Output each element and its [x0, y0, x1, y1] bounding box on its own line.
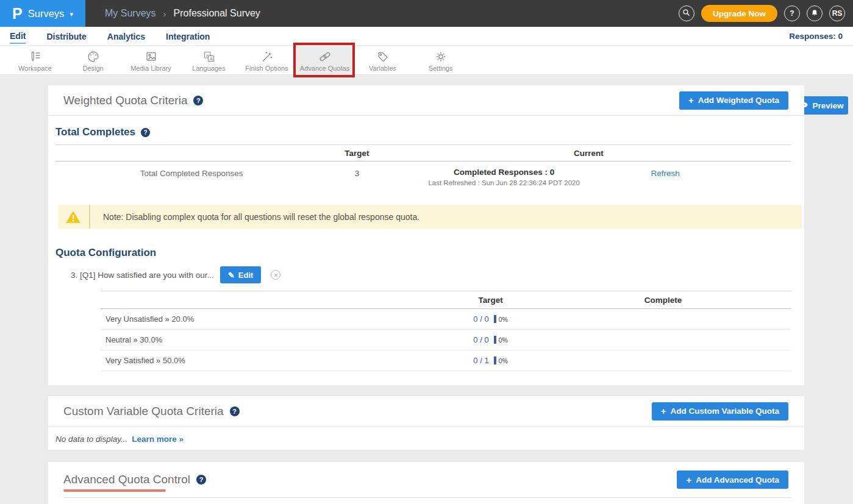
empty-state-row: No data to display... Learn more »	[48, 427, 804, 444]
total-completes-table-header: Target Current	[55, 144, 791, 161]
quota-target-cell: 0 / 1 0%	[446, 356, 535, 365]
column-header-complete: Complete	[535, 296, 791, 305]
toolbar-item-languages[interactable]: xA Languages	[180, 46, 238, 74]
quota-option-label: Very Unsatisfied » 20.0%	[101, 314, 446, 324]
toolbar-item-media-library[interactable]: Media Library	[122, 46, 180, 74]
toolbar-item-settings[interactable]: Settings	[412, 46, 469, 74]
plus-icon: +	[688, 95, 694, 105]
table-row: Very Satisfied » 50.0% 0 / 1 0%	[101, 350, 791, 371]
quota-configuration-title: Quota Configuration	[55, 247, 791, 259]
question-label: 3. [Q1] How satisfied are you with our..…	[71, 271, 214, 280]
breadcrumb-my-surveys[interactable]: My Surveys	[105, 8, 156, 19]
total-completes-table: Target Current Total Completed Responses…	[55, 144, 791, 194]
edit-toolbar: Workspace Design Media Library xA Langua…	[0, 46, 853, 75]
column-header-target: Target	[327, 149, 386, 158]
advanced-quota-card: Advanced Quota Control ? + Add Advanced …	[48, 462, 804, 504]
finish-options-icon	[260, 50, 274, 63]
chevron-down-icon: ▾	[70, 10, 73, 18]
custom-variable-quota-card: Custom Variable Quota Criteria ? + Add C…	[48, 396, 804, 450]
surveys-menu-label: Surveys	[28, 8, 65, 20]
column-header-target: Target	[446, 296, 535, 305]
toolbar-item-advance-quotas[interactable]: Advance Quotas	[296, 46, 354, 74]
progress-bar	[494, 315, 496, 323]
advance-quotas-icon	[318, 50, 332, 63]
quota-ratio: 0 / 0	[473, 335, 488, 344]
red-annotation-underline	[63, 489, 166, 492]
progress-bar	[494, 336, 496, 344]
refresh-link[interactable]: Refresh	[622, 168, 791, 178]
quota-percent: 0%	[499, 336, 508, 344]
target-value: 3	[327, 168, 386, 178]
tab-analytics[interactable]: Analytics	[107, 29, 145, 43]
last-refreshed-timestamp: Last Refreshed : Sun Jun 28 22:36:24 PDT…	[387, 179, 622, 186]
tab-distribute[interactable]: Distribute	[46, 29, 86, 43]
notifications-button[interactable]	[807, 5, 823, 21]
toolbar-item-finish-options[interactable]: Finish Options	[238, 46, 296, 74]
quota-percent: 0%	[499, 357, 508, 364]
divider	[63, 497, 791, 498]
quota-option-label: Neutral » 30.0%	[101, 335, 446, 344]
help-icon[interactable]: ?	[196, 475, 206, 484]
toolbar-item-variables[interactable]: Variables	[354, 46, 412, 74]
learn-more-link[interactable]: Learn more »	[132, 435, 184, 444]
quota-percent: 0%	[499, 316, 508, 323]
edit-question-button[interactable]: ✎ Edit	[220, 266, 261, 283]
media-library-icon	[145, 50, 158, 63]
help-icon[interactable]: ?	[230, 406, 240, 416]
note-text: Note: Disabling complex quota for all qu…	[103, 212, 419, 222]
breadcrumb-current-survey: Professional Survey	[174, 8, 260, 19]
total-completes-title: Total Completes ?	[55, 126, 791, 138]
upgrade-now-button[interactable]: Upgrade Now	[701, 5, 777, 22]
question-row: 3. [Q1] How satisfied are you with our..…	[71, 266, 791, 283]
table-row: Very Unsatisfied » 20.0% 0 / 0 0%	[101, 309, 791, 330]
help-button[interactable]: ?	[784, 5, 800, 21]
note-banner: Note: Disabling complex quota for all qu…	[58, 205, 802, 229]
add-custom-variable-quota-button[interactable]: + Add Custom Variable Quota	[652, 402, 788, 421]
toolbar-item-design[interactable]: Design	[64, 46, 122, 74]
tab-integration[interactable]: Integration	[166, 29, 210, 43]
advanced-quota-title: Advanced Quota Control ?	[63, 473, 206, 486]
column-header-current: Current	[387, 149, 791, 158]
plus-icon: +	[686, 475, 691, 485]
progress-bar	[494, 357, 496, 364]
workspace-icon	[29, 50, 42, 63]
quota-configuration-table: Target Complete Very Unsatisfied » 20.0%…	[101, 291, 791, 371]
no-data-text: No data to display...	[55, 435, 127, 444]
advanced-quota-header: Advanced Quota Control ? + Add Advanced …	[48, 462, 804, 497]
help-question-icon: ?	[790, 9, 794, 18]
bell-icon	[810, 9, 819, 19]
languages-icon: xA	[202, 50, 216, 63]
add-weighted-quota-button[interactable]: + Add Weighted Quota	[679, 91, 788, 110]
settings-icon	[434, 50, 448, 63]
variables-icon	[376, 50, 390, 63]
weighted-quota-card: Weighted Quota Criteria ? + Add Weighted…	[48, 85, 804, 385]
total-completed-responses-label: Total Completed Responses	[55, 168, 327, 178]
search-button[interactable]	[679, 5, 694, 21]
questionpro-logo-icon: P	[12, 5, 23, 21]
total-completes-section: Total Completes ? Target Current Total C…	[48, 126, 804, 194]
toolbar-item-workspace[interactable]: Workspace	[6, 46, 64, 74]
surveys-menu[interactable]: P Surveys ▾	[0, 0, 85, 27]
quota-ratio: 0 / 1	[473, 356, 488, 365]
user-avatar[interactable]: RS	[829, 5, 845, 21]
pencil-icon: ✎	[228, 271, 235, 280]
custom-variable-quota-title: Custom Variable Quota Criteria ?	[63, 405, 240, 418]
tab-edit[interactable]: Edit	[10, 29, 26, 44]
quota-option-label: Very Satisfied » 50.0%	[101, 356, 446, 365]
completed-responses-value: Completed Responses : 0	[387, 168, 622, 177]
quota-target-cell: 0 / 0 0%	[446, 314, 535, 324]
top-bar: P Surveys ▾ My Surveys › Professional Su…	[0, 0, 853, 27]
help-icon[interactable]: ?	[141, 128, 150, 137]
quota-configuration-section: Quota Configuration 3. [Q1] How satisfie…	[48, 247, 804, 371]
responses-count: Responses: 0	[789, 32, 843, 41]
weighted-quota-header: Weighted Quota Criteria ? + Add Weighted…	[48, 85, 804, 116]
help-icon[interactable]: ?	[193, 96, 203, 105]
warning-icon	[65, 210, 81, 224]
breadcrumb-separator-icon: ›	[163, 9, 166, 19]
note-divider	[89, 205, 90, 229]
weighted-quota-title: Weighted Quota Criteria ?	[63, 94, 203, 107]
quota-ratio: 0 / 0	[473, 314, 488, 324]
remove-question-icon[interactable]: ×	[271, 270, 280, 280]
design-icon	[87, 50, 100, 63]
add-advanced-quota-button[interactable]: + Add Advanced Quota	[677, 470, 788, 489]
